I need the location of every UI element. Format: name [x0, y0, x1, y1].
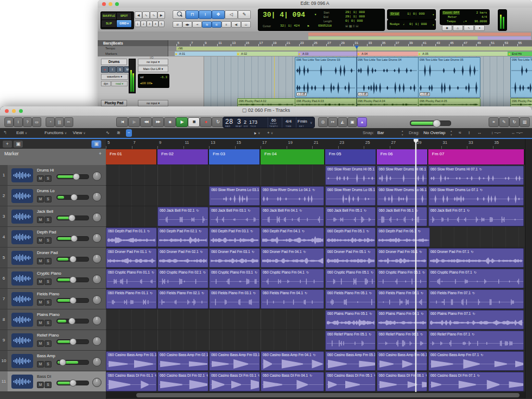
overview-track-strip[interactable] [308, 36, 478, 40]
audio-region[interactable]: 060 Slow River Drums Lo 05.1 [325, 186, 376, 206]
audio-region[interactable]: 060 Cryptic Piano Fm 06.1↻ [377, 269, 428, 288]
audio-region[interactable]: 096 Plucky Pad A 06 [510, 98, 532, 106]
audio-region[interactable]: 060 Relief Piano Fm 05.1↻ [325, 331, 376, 350]
horizontal-scrollbar[interactable] [106, 392, 525, 398]
automation-icon[interactable]: ∿ [104, 129, 111, 137]
track-name[interactable]: Droner Pad [37, 250, 58, 255]
horizontal-zoom-slider[interactable]: ↔ ─⬩─ [511, 128, 523, 138]
zoom-preset-2[interactable]: 2 [141, 21, 147, 27]
audio-region[interactable]: 060 Casino Bass Amp Fm 04.1↻ [261, 351, 324, 371]
track-header-drums-lo[interactable]: 2Drums LoMS [0, 186, 106, 206]
audio-region[interactable]: 060 Jack Bell Fm 04.1↻ [261, 207, 324, 226]
zoom-preset-1[interactable]: 1 [135, 21, 141, 27]
audio-region[interactable]: 060 Casino Bass Amp Fm 06.1 [377, 351, 428, 371]
audio-region[interactable]: 060 Droner Pad Fm 01.1↻ [106, 248, 157, 268]
audio-region[interactable]: 096 Plucky Pad A 05 [418, 98, 480, 106]
solo-button[interactable]: S [45, 175, 52, 182]
audio-region[interactable]: 060 Cryptic Piano Fm 01.1↻ [106, 269, 157, 288]
mute-button[interactable]: M [37, 382, 44, 388]
volume-slider-thumb[interactable] [59, 359, 66, 366]
secondary-tool-menu[interactable]: +∨ [267, 128, 273, 138]
mixer-button[interactable]: ||| [55, 117, 64, 127]
zoom-wave-large-icon[interactable]: ∿ [150, 11, 157, 19]
volume-slider[interactable] [56, 319, 89, 324]
count-in-button[interactable]: ↦ [328, 117, 338, 127]
scrubber-tool[interactable]: ◁ [225, 10, 238, 19]
edit-toolbar-small-button[interactable]: ◀| [231, 21, 241, 28]
vertical-zoom-slider[interactable]: ↕ ─⬩─ [491, 128, 501, 138]
main-counter[interactable]: 30| 4| 094 [263, 11, 305, 19]
track-header-fields-piano[interactable]: 7Fields PianoMS [0, 289, 106, 309]
pan-knob[interactable] [92, 213, 102, 222]
track-name[interactable]: Bass DI [37, 374, 51, 379]
edit-mode-shuffle[interactable]: SHUFFLE [101, 12, 117, 20]
audio-region[interactable]: 060 Droner Pad Fm 03.1↻ [209, 248, 260, 268]
volume-slider-thumb[interactable] [69, 379, 77, 387]
volume-slider[interactable] [56, 360, 89, 365]
nudge-box[interactable]: Nudge ♩ 0| 1| 000 ▾ [387, 20, 436, 30]
audio-region[interactable]: 060 Droner Pad Fm 05.1↻ [325, 248, 376, 268]
overview-track-strip-2[interactable] [478, 36, 531, 40]
toolbar-button[interactable]: ▭ [32, 117, 41, 127]
track-name[interactable]: Drums Lo [37, 188, 55, 193]
duplicate-track-button[interactable]: ▣ [13, 140, 23, 148]
catch-playhead-button[interactable]: ▣ [91, 140, 102, 148]
drag-stepper-icon[interactable]: ▴▾ [451, 129, 452, 137]
audio-region[interactable]: 060 Slow River Drums Lo 06.1 [377, 186, 428, 206]
track-header-droner-pad[interactable]: 5Droner PadMS [0, 248, 106, 268]
audio-region[interactable]: 060 Casino Bass Amp Fm 02.1 [157, 351, 208, 371]
audio-region[interactable]: 060 Depth Pad Fm 03.1↻ [209, 227, 260, 247]
volume-slider[interactable] [56, 216, 89, 220]
zoom-preset-3[interactable]: 3 [147, 21, 153, 27]
pan-knob[interactable] [92, 378, 102, 387]
edit-toolbar-small-button[interactable]: ⇄ [173, 21, 182, 28]
audio-region[interactable]: 060 Fields Piano Fm 06.1↻ [377, 289, 428, 309]
pan-knob[interactable] [92, 337, 102, 346]
pan-knob[interactable] [92, 172, 102, 181]
audio-region[interactable]: 060 Depth Pad Fm 05.1↻ [325, 227, 376, 247]
input-selector[interactable]: no input ▾ [138, 59, 168, 65]
quick-help-button[interactable]: ? [23, 117, 32, 127]
audio-region[interactable]: 060 Casino Bass DI Fm 03.1↻ [209, 372, 260, 391]
arrangement-marker-lane[interactable]: Fm 01Fm 02Fm 03Fm 04Fm 05Fm 06Fm 07 [106, 149, 525, 166]
track-name[interactable]: Plucky Pad [101, 100, 127, 106]
snap-stepper-icon[interactable]: ▴▾ [402, 129, 403, 137]
protools-titlebar[interactable]: Edit: 09 096 A [98, 0, 532, 8]
volume-slider-thumb[interactable] [71, 235, 78, 242]
mute-button[interactable]: M [37, 361, 44, 368]
snap-menu[interactable]: Bar [377, 128, 384, 138]
audio-region[interactable]: 060 Jack Bell Fm 02.1↻ [157, 207, 208, 226]
horizontal-scrollbar-thumb[interactable] [136, 393, 520, 397]
track-header-drums[interactable]: Drums●ISMwaveform ▾dynread ▾I/Ovol-6.3◂1… [98, 56, 204, 98]
audio-region[interactable]: 060 Depth Pad Fm 06.1↻ [377, 227, 430, 247]
zoom-wave-small-icon[interactable]: ∿ [142, 11, 150, 19]
audio-region[interactable]: 060 Casino Bass DI Fm 01.1↻ [106, 372, 157, 391]
track-header-plains-piano[interactable]: 8Plains PianoMS [0, 309, 106, 330]
transport-mini-button[interactable]: ♦ [474, 25, 485, 31]
menu-edit[interactable]: Edit∨ [16, 128, 27, 138]
track-header-drums-hi[interactable]: 1Drums HiMS [0, 165, 106, 186]
solo-button[interactable]: S [45, 217, 52, 223]
track-button-i[interactable]: I [109, 66, 116, 73]
audio-region[interactable]: 096 Plucky Pad A 02 [237, 98, 296, 106]
audio-region[interactable]: 060 Slow River Drums Hi 07.1↻ [428, 166, 524, 185]
metronome-button[interactable]: ◭ [338, 117, 347, 127]
volume-slider-thumb[interactable] [68, 214, 75, 221]
audio-region[interactable]: 060 Casino Bass Amp Fm 07.1↻ [428, 351, 524, 371]
arrangement-section[interactable]: Fm 07 [428, 149, 525, 164]
arrangement-section[interactable]: Fm 04 [261, 149, 325, 164]
region-gain-chip[interactable]: + 0 dB [358, 92, 368, 96]
track-view-selector[interactable]: waveform ▾ [101, 74, 128, 80]
audio-region[interactable]: 060 Droner Pad Fm 07.1↻ [428, 248, 524, 268]
audio-region[interactable]: 096 Too Little Too Late Drums 03+ 0 dB [295, 57, 357, 98]
note-pads-button[interactable]: ✎ [499, 117, 509, 127]
edit-toolbar-small-button[interactable]: ⇆ [202, 21, 212, 28]
mute-button[interactable]: M [37, 258, 44, 264]
volume-slider[interactable] [56, 195, 89, 200]
editors-button[interactable]: ✂ [64, 117, 73, 127]
library-button[interactable]: ▤ [4, 117, 14, 127]
lcd-key[interactable]: Fmin KEY [296, 117, 309, 128]
arrangement-section[interactable]: Fm 02 [157, 149, 209, 164]
audio-region[interactable]: 060 Fields Piano Fm 04.1↻ [261, 289, 324, 309]
edit-mode-spot[interactable]: SPOT [116, 12, 132, 20]
